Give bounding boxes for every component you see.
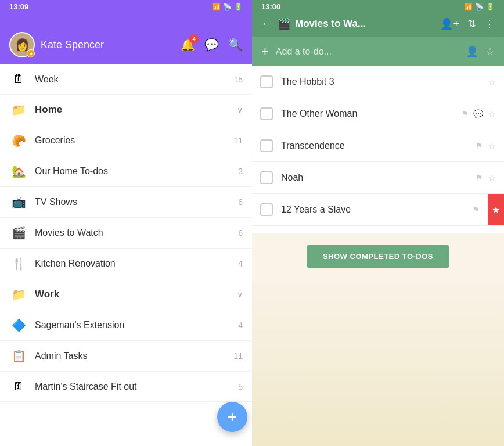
home-todos-icon: 🏡 xyxy=(9,164,28,178)
back-button[interactable]: ← xyxy=(261,17,273,30)
groceries-icon: 🥐 xyxy=(9,134,28,148)
show-completed-button[interactable]: SHOW COMPLETED TO-DOS xyxy=(307,245,449,268)
right-wifi-icon: 📶 xyxy=(464,3,473,11)
fab-add-button[interactable]: + xyxy=(217,402,247,432)
nav-count-tv-shows: 6 xyxy=(238,197,243,207)
todo-icons-12-years: ⚑ xyxy=(472,205,480,214)
nav-count-week: 15 xyxy=(233,75,243,84)
nav-count-admin: 11 xyxy=(233,351,243,361)
status-bar-right: 13:00 📶 📡 🔋 xyxy=(252,0,504,11)
nav-item-staircase[interactable]: 🗓 Martin's Staircase Fit out 5 xyxy=(0,372,252,402)
todo-chat-other-woman[interactable]: 💬 xyxy=(473,109,483,118)
nav-item-tv-shows[interactable]: 📺 TV Shows 6 xyxy=(0,187,252,218)
user-name: Kate Spencer xyxy=(41,39,104,51)
todo-item-hobbit3[interactable]: The Hobbit 3 ☆ xyxy=(252,66,504,98)
todo-flag-12-years[interactable]: ⚑ xyxy=(472,205,480,214)
home-folder-icon: 📁 xyxy=(9,103,28,117)
staircase-icon: 🗓 xyxy=(9,380,28,393)
todo-label-transcendence: Transcendence xyxy=(281,141,476,151)
notif-badge: 4 xyxy=(189,34,199,44)
nav-label-home-todos: Our Home To-dos xyxy=(35,166,238,177)
todo-star-noah[interactable]: ☆ xyxy=(488,172,496,184)
nav-label-kitchen: Kitchen Renovation xyxy=(35,258,238,269)
search-button[interactable]: 🔍 xyxy=(228,38,243,52)
bottom-bg xyxy=(252,279,504,447)
todo-checkbox-12-years[interactable] xyxy=(260,203,273,216)
todo-label-other-woman: The Other Woman xyxy=(281,109,461,119)
todo-star-hobbit3[interactable]: ☆ xyxy=(488,77,496,88)
add-star-small-icon[interactable]: ☆ xyxy=(485,45,495,58)
show-completed-section: SHOW COMPLETED TO-DOS xyxy=(252,233,504,279)
todo-item-noah[interactable]: Noah ⚑ ☆ xyxy=(252,162,504,194)
nav-item-home-todos[interactable]: 🏡 Our Home To-dos 3 xyxy=(0,156,252,187)
left-panel: 13:09 📶 📡 🔋 👩 ★ Kate Spencer 🔔 4 💬 🔍 xyxy=(0,0,252,446)
add-person-small-icon[interactable]: 👤 xyxy=(466,45,478,58)
todo-checkbox-transcendence[interactable] xyxy=(260,139,273,152)
todo-star-other-woman[interactable]: ☆ xyxy=(488,109,496,120)
todo-checkbox-hobbit3[interactable] xyxy=(260,75,273,88)
nav-item-admin[interactable]: 📋 Admin Tasks 11 xyxy=(0,341,252,372)
sort-icon[interactable]: ⇅ xyxy=(467,17,476,30)
todo-item-12-years[interactable]: 12 Years a Slave ⚑ ★ xyxy=(252,194,504,226)
section-label-work: Work xyxy=(35,289,237,300)
avatar-emoji: 👩 xyxy=(15,38,30,52)
battery-icon: 🔋 xyxy=(234,3,243,11)
nav-item-sageman[interactable]: 🔷 Sageman's Extension 4 xyxy=(0,310,252,341)
nav-item-movies[interactable]: 🎬 Movies to Watch 6 xyxy=(0,218,252,249)
todo-flag-transcendence[interactable]: ⚑ xyxy=(476,141,483,150)
status-time-right: 13:00 xyxy=(261,2,280,11)
right-header: ← 🎬 Movies to Wa... 👤+ ⇅ ⋮ xyxy=(252,11,504,37)
nav-label-admin: Admin Tasks xyxy=(35,351,233,361)
todo-item-transcendence[interactable]: Transcendence ⚑ ☆ xyxy=(252,130,504,162)
status-time-left: 13:09 xyxy=(9,2,28,11)
todo-icons-hobbit3: ☆ xyxy=(488,77,496,88)
nav-count-kitchen: 4 xyxy=(238,259,243,268)
nav-label-staircase: Martin's Staircase Fit out xyxy=(35,382,238,392)
todo-flag-other-woman[interactable]: ⚑ xyxy=(461,109,469,118)
chat-button[interactable]: 💬 xyxy=(204,38,219,52)
list-title-emoji: 🎬 xyxy=(278,17,290,30)
right-header-icons: 👤+ ⇅ ⋮ xyxy=(440,17,495,30)
todo-icons-transcendence: ⚑ ☆ xyxy=(476,141,496,152)
nav-item-week[interactable]: 🗓 Week 15 xyxy=(0,64,252,95)
movies-icon: 🎬 xyxy=(9,226,28,240)
signal-icon: 📡 xyxy=(223,3,232,11)
status-bar-left: 13:09 📶 📡 🔋 xyxy=(0,0,252,16)
nav-count-groceries: 11 xyxy=(233,136,243,145)
nav-item-groceries[interactable]: 🥐 Groceries 11 xyxy=(0,125,252,156)
kitchen-icon: 🍴 xyxy=(9,257,28,271)
left-header-left: 👩 ★ Kate Spencer xyxy=(9,32,104,57)
todo-label-12-years: 12 Years a Slave xyxy=(281,204,472,215)
todo-item-perks[interactable]: The Perks of Being Wallflower ☆ xyxy=(252,226,504,233)
nav-label-week: Week xyxy=(35,74,233,85)
todo-checkbox-other-woman[interactable] xyxy=(260,107,273,120)
right-header-left: ← 🎬 Movies to Wa... xyxy=(261,17,366,30)
add-person-icon[interactable]: 👤+ xyxy=(440,17,459,30)
todo-list: The Hobbit 3 ☆ The Other Woman ⚑ 💬 ☆ Tra… xyxy=(252,66,504,233)
more-options-icon[interactable]: ⋮ xyxy=(484,17,495,30)
week-icon: 🗓 xyxy=(9,73,28,86)
todo-icons-other-woman: ⚑ 💬 ☆ xyxy=(461,109,496,120)
nav-item-kitchen[interactable]: 🍴 Kitchen Renovation 4 xyxy=(0,249,252,279)
add-todo-icons: 👤 ☆ xyxy=(466,45,495,58)
todo-checkbox-noah[interactable] xyxy=(260,171,273,184)
todo-star-transcendence[interactable]: ☆ xyxy=(488,141,496,152)
wifi-icon: 📶 xyxy=(212,3,221,11)
right-panel: 13:00 📶 📡 🔋 ← 🎬 Movies to Wa... 👤+ ⇅ ⋮ +… xyxy=(252,0,504,446)
avatar[interactable]: 👩 ★ xyxy=(9,32,35,57)
section-header-home[interactable]: 📁 Home ∨ xyxy=(0,95,252,125)
todo-flag-noah[interactable]: ⚑ xyxy=(476,173,483,182)
nav-count-home-todos: 3 xyxy=(238,167,243,176)
nav-label-movies: Movies to Watch xyxy=(35,228,238,238)
section-header-work[interactable]: 📁 Work ∨ xyxy=(0,279,252,310)
add-todo-placeholder: Add a to-do... xyxy=(276,46,332,57)
nav-label-tv-shows: TV Shows xyxy=(35,197,238,207)
nav-count-staircase: 5 xyxy=(238,382,243,391)
notification-button[interactable]: 🔔 4 xyxy=(181,38,195,52)
todo-item-other-woman[interactable]: The Other Woman ⚑ 💬 ☆ xyxy=(252,98,504,130)
todo-bookmark-star-icon: ★ xyxy=(492,204,500,215)
add-todo-bar[interactable]: + Add a to-do... 👤 ☆ xyxy=(252,37,504,66)
left-header: 👩 ★ Kate Spencer 🔔 4 💬 🔍 xyxy=(0,16,252,64)
add-todo-plus-icon: + xyxy=(261,44,269,59)
admin-icon: 📋 xyxy=(9,349,28,363)
